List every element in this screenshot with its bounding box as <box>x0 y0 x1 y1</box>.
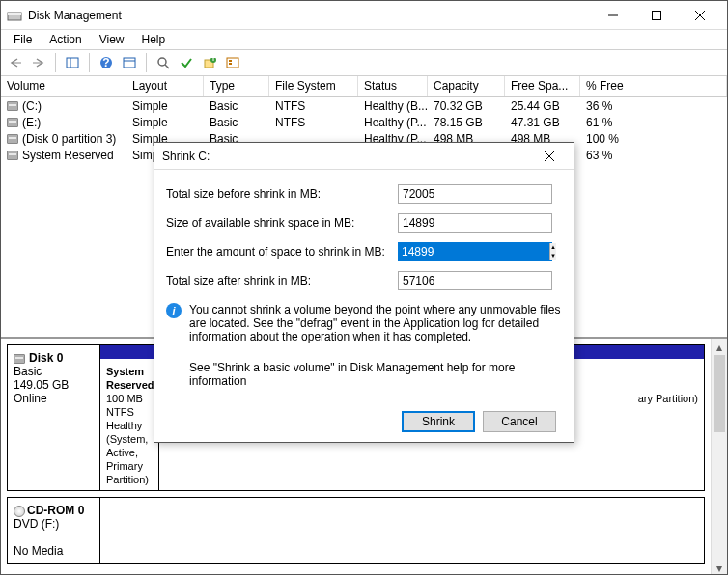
svg-line-15 <box>165 65 169 68</box>
info-text: You cannot shrink a volume beyond the po… <box>189 303 562 343</box>
shrink-amount-spinner[interactable]: ▲ ▼ <box>398 242 552 261</box>
svg-rect-3 <box>652 11 660 19</box>
toolbar: ? + <box>1 49 727 76</box>
value-total-before: 72005 <box>398 184 552 204</box>
disk-icon <box>14 354 25 364</box>
close-button[interactable] <box>678 2 721 29</box>
volume-row[interactable]: (C:)SimpleBasicNTFSHealthy (B...70.32 GB… <box>1 97 727 114</box>
menu-view[interactable]: View <box>91 31 133 48</box>
volume-icon <box>7 151 18 160</box>
value-available: 14899 <box>398 213 552 233</box>
label-shrink-amount: Enter the amount of space to shrink in M… <box>166 245 398 259</box>
col-layout[interactable]: Layout <box>126 76 204 96</box>
col-pctfree[interactable]: % Free <box>580 76 727 96</box>
window-title: Disk Management <box>28 9 591 22</box>
col-volume[interactable]: Volume <box>1 76 126 96</box>
title-bar: Disk Management <box>1 1 727 30</box>
col-type[interactable]: Type <box>204 76 269 96</box>
col-filesystem[interactable]: File System <box>269 76 358 96</box>
label-total-after: Total size after shrink in MB: <box>166 274 398 288</box>
disk-label: CD-ROM 0 DVD (F:) No Media <box>8 498 100 563</box>
partition-system-reserved[interactable]: System Reserved100 MB NTFSHealthy (Syste… <box>100 345 158 490</box>
scroll-down-button[interactable]: ▾ <box>712 560 727 575</box>
disk-label: Disk 0 Basic 149.05 GB Online <box>8 345 100 490</box>
volume-icon <box>7 118 18 127</box>
shrink-amount-input[interactable] <box>399 243 549 260</box>
svg-rect-21 <box>229 63 232 65</box>
maximize-button[interactable] <box>634 2 678 29</box>
disk-row-cdrom[interactable]: CD-ROM 0 DVD (F:) No Media <box>7 497 705 564</box>
dialog-title-bar[interactable]: Shrink C: <box>154 143 574 170</box>
help-button[interactable]: ? <box>96 52 117 73</box>
minimize-button[interactable] <box>591 2 634 29</box>
cdrom-icon <box>14 506 25 517</box>
vertical-scrollbar[interactable]: ▴ ▾ <box>711 339 727 575</box>
app-icon <box>7 8 22 23</box>
search-button[interactable] <box>153 52 174 73</box>
cancel-button[interactable]: Cancel <box>483 411 556 432</box>
col-status[interactable]: Status <box>358 76 428 96</box>
menu-help[interactable]: Help <box>133 31 175 48</box>
action-center-button[interactable] <box>119 52 140 73</box>
volume-list-header: Volume Layout Type File System Status Ca… <box>1 76 727 97</box>
check-button[interactable] <box>176 52 197 73</box>
show-hide-console-tree-button[interactable] <box>62 52 83 73</box>
svg-rect-19 <box>227 58 238 68</box>
properties-button[interactable] <box>222 52 243 73</box>
svg-rect-8 <box>67 58 78 68</box>
volume-row[interactable]: (E:)SimpleBasicNTFSHealthy (P...78.15 GB… <box>1 114 727 130</box>
svg-rect-12 <box>124 58 135 68</box>
more-info-text: See "Shrink a basic volume" in Disk Mana… <box>189 361 562 388</box>
svg-text:+: + <box>210 56 216 65</box>
shrink-button[interactable]: Shrink <box>402 411 475 432</box>
spin-down-button[interactable]: ▼ <box>550 252 556 260</box>
menu-file[interactable]: File <box>5 31 41 48</box>
svg-point-14 <box>158 58 166 66</box>
dialog-title: Shrink C: <box>162 150 533 163</box>
scroll-thumb[interactable] <box>714 355 725 432</box>
value-total-after: 57106 <box>398 271 552 290</box>
label-available: Size of available shrink space in MB: <box>166 216 398 230</box>
dialog-close-button[interactable] <box>533 144 566 169</box>
scroll-up-button[interactable]: ▴ <box>712 339 727 355</box>
col-free[interactable]: Free Spa... <box>505 76 580 96</box>
forward-button[interactable] <box>28 52 49 73</box>
spin-up-button[interactable]: ▲ <box>550 243 556 252</box>
svg-text:?: ? <box>102 56 109 69</box>
shrink-dialog: Shrink C: Total size before shrink in MB… <box>154 142 574 443</box>
svg-rect-20 <box>229 60 232 62</box>
add-button[interactable]: + <box>199 52 220 73</box>
col-capacity[interactable]: Capacity <box>428 76 505 96</box>
volume-icon <box>7 134 18 144</box>
info-icon: i <box>166 303 182 318</box>
svg-rect-1 <box>8 13 21 15</box>
volume-icon <box>7 101 18 111</box>
menu-action[interactable]: Action <box>41 31 90 48</box>
label-total-before: Total size before shrink in MB: <box>166 187 398 201</box>
back-button[interactable] <box>5 52 26 73</box>
menu-bar: File Action View Help <box>1 30 727 49</box>
